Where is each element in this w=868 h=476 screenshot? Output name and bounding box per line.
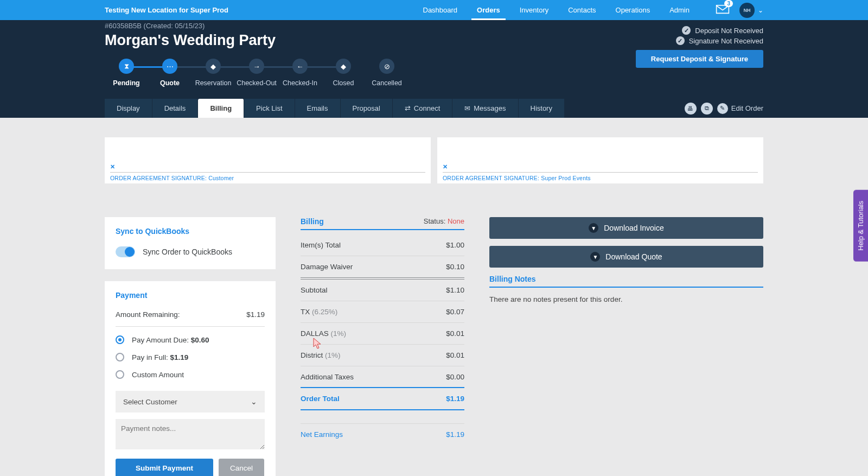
submit-payment-button[interactable]: Submit Payment: [116, 459, 213, 476]
bill-row-net-earnings: Net Earnings$1.19: [301, 423, 464, 445]
order-header: #60358B5B (Created: 05/15/23) Morgan's W…: [0, 20, 868, 118]
nav-contacts[interactable]: Contacts: [558, 0, 605, 20]
chevron-down-icon: ⌄: [251, 397, 257, 406]
signature-card-customer: ✕ ORDER AGREEMENT SIGNATURE: Customer: [105, 137, 431, 183]
payment-title: Payment: [116, 291, 265, 300]
sync-quickbooks-label: Sync Order to QuickBooks: [143, 247, 232, 256]
order-id-line: #60358B5B (Created: 05/15/23): [105, 22, 409, 30]
x-icon: ✕: [110, 163, 115, 170]
stage-reservation[interactable]: ◆ Reservation: [192, 59, 235, 87]
diamond-icon: ◆: [210, 62, 216, 71]
tab-connect[interactable]: ⇄Connect: [393, 99, 452, 118]
order-tabs: Display Details Billing Pick List Emails…: [105, 99, 763, 118]
tab-emails[interactable]: Emails: [295, 99, 341, 118]
bill-row-district: District (1%)$0.01: [301, 345, 464, 366]
sync-quickbooks-toggle[interactable]: [116, 246, 135, 257]
download-invoice-button[interactable]: ▼ Download Invoice: [489, 217, 763, 239]
cancel-payment-button[interactable]: Cancel: [219, 459, 264, 476]
notifications-button[interactable]: 3: [716, 4, 730, 16]
tab-billing[interactable]: Billing: [198, 99, 244, 118]
tab-messages[interactable]: ✉Messages: [452, 99, 518, 118]
amount-remaining-label: Amount Remaining:: [116, 310, 180, 319]
hourglass-icon: ⧗: [124, 62, 129, 71]
topbar: Testing New Location for Super Prod Dash…: [0, 0, 868, 20]
billing-section-title: Billing: [301, 217, 324, 226]
download-icon: ▼: [590, 252, 600, 262]
select-customer-dropdown[interactable]: Select Customer ⌄: [116, 391, 265, 412]
bill-row-damage-waiver: Damage Waiver$0.10: [301, 256, 464, 280]
bill-row-additional-taxes: Additional Taxes$0.00: [301, 366, 464, 388]
help-tutorials-tab[interactable]: Help & Tutorials: [853, 190, 868, 262]
top-nav: Dashboard Orders Inventory Contacts Oper…: [413, 0, 700, 20]
user-menu[interactable]: NH ⌄: [739, 3, 763, 18]
nav-dashboard[interactable]: Dashboard: [413, 0, 468, 20]
bill-row-subtotal: Subtotal$1.10: [301, 280, 464, 301]
stage-pending[interactable]: ⧗ Pending: [105, 59, 148, 87]
payment-notes-input[interactable]: [116, 419, 265, 449]
location-name: Testing New Location for Super Prod: [105, 6, 228, 14]
x-icon: ✕: [443, 163, 448, 170]
nav-orders[interactable]: Orders: [467, 0, 510, 20]
stage-cancelled[interactable]: ⊘ Cancelled: [365, 59, 409, 87]
check-circle-icon: [682, 26, 691, 35]
mail-icon: ✉: [464, 104, 470, 112]
notif-badge: 3: [724, 0, 733, 7]
bill-row-items-total: Item(s) Total$1.00: [301, 234, 464, 256]
tab-picklist[interactable]: Pick List: [244, 99, 295, 118]
diamond-icon: ◆: [341, 62, 346, 71]
billing-notes-title: Billing Notes: [489, 275, 763, 288]
main-content: ✕ ORDER AGREEMENT SIGNATURE: Customer ✕ …: [105, 118, 763, 476]
quickbooks-card: Sync to QuickBooks Sync Order to QuickBo…: [105, 217, 276, 269]
billing-status: Status: None: [424, 217, 464, 226]
cancel-icon: ⊘: [384, 62, 390, 71]
amount-remaining-value: $1.19: [246, 310, 265, 319]
request-deposit-signature-button[interactable]: Request Deposit & Signature: [636, 50, 763, 68]
stage-checked-out[interactable]: → Checked-Out: [235, 59, 278, 87]
copy-button[interactable]: ⧉: [701, 103, 713, 115]
download-icon: ▼: [589, 223, 598, 233]
right-column: ▼ Download Invoice ▼ Download Quote Bill…: [489, 217, 763, 476]
stage-closed[interactable]: ◆ Closed: [322, 59, 365, 87]
avatar: NH: [739, 3, 755, 18]
bill-row-dallas: DALLAS (1%)$0.01: [301, 323, 464, 345]
signature-card-company: ✕ ORDER AGREEMENT SIGNATURE: Super Prod …: [437, 137, 763, 183]
custom-amount-option[interactable]: Custom Amount: [116, 366, 265, 383]
status-signature: Signature Not Received: [636, 36, 763, 45]
arrow-left-icon: ←: [297, 62, 304, 71]
pay-amount-due-option[interactable]: Pay Amount Due: $0.60: [116, 331, 265, 348]
nav-admin[interactable]: Admin: [660, 0, 699, 20]
nav-inventory[interactable]: Inventory: [510, 0, 558, 20]
edit-order-link[interactable]: ✎ Edit Order: [717, 103, 763, 114]
payment-card: Payment Amount Remaining: $1.19 Pay Amou…: [105, 281, 276, 476]
print-button[interactable]: 🖶: [685, 103, 697, 115]
pencil-icon: ✎: [717, 103, 728, 114]
bill-row-order-total: Order Total$1.19: [301, 387, 464, 410]
download-quote-button[interactable]: ▼ Download Quote: [489, 246, 763, 268]
nav-operations[interactable]: Operations: [606, 0, 660, 20]
chevron-down-icon: ⌄: [758, 7, 763, 14]
speech-icon: ⋯: [167, 62, 174, 71]
radio-icon: [116, 353, 124, 361]
arrow-right-icon: →: [253, 62, 260, 71]
stage-quote[interactable]: ⋯ Quote: [148, 59, 192, 87]
tab-details[interactable]: Details: [152, 99, 199, 118]
check-circle-icon: [676, 36, 685, 45]
stage-checked-in[interactable]: ← Checked-In: [278, 59, 322, 87]
billing-breakdown: Billing Status: None Item(s) Total$1.00 …: [301, 217, 464, 476]
quickbooks-title: Sync to QuickBooks: [116, 227, 265, 236]
connect-icon: ⇄: [405, 104, 411, 112]
pay-in-full-option[interactable]: Pay in Full: $1.19: [116, 348, 265, 366]
radio-icon: [116, 370, 124, 379]
tab-history[interactable]: History: [519, 99, 565, 118]
tab-proposal[interactable]: Proposal: [341, 99, 393, 118]
bill-row-tx: TX (6.25%)$0.07: [301, 301, 464, 323]
order-title: Morgan's Wedding Party: [105, 32, 409, 49]
tab-display[interactable]: Display: [105, 99, 152, 118]
status-deposit: Deposit Not Received: [636, 26, 763, 35]
billing-notes-text: There are no notes present for this orde…: [489, 295, 763, 303]
order-stage-bar: ⧗ Pending ⋯ Quote ◆ Reservation → Checke…: [105, 59, 409, 99]
radio-icon: [116, 335, 124, 344]
